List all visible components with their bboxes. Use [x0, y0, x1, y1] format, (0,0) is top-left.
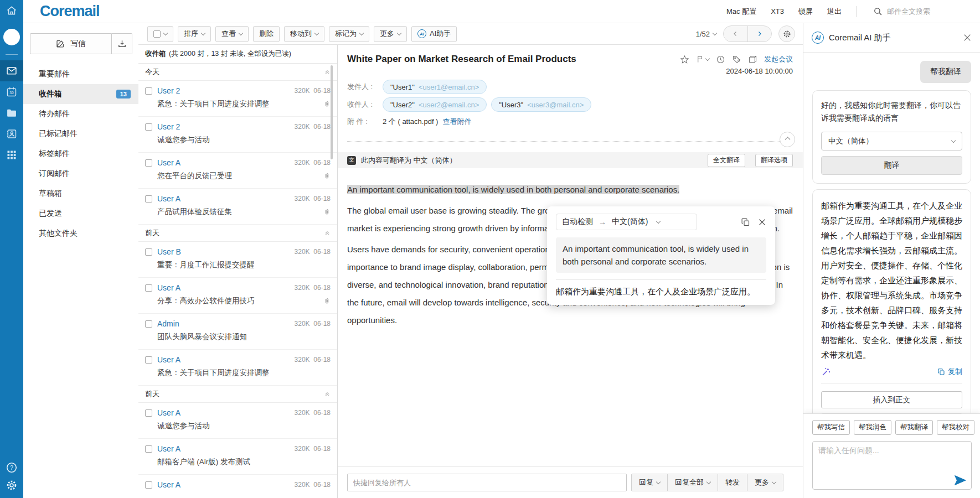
settings-gear-icon[interactable] [6, 479, 18, 491]
help-translate-chip[interactable]: 帮我翻译 [895, 420, 933, 435]
page-indicator[interactable]: 1/52 [696, 30, 716, 38]
folder-todo[interactable]: 待办邮件 [23, 104, 138, 124]
magic-wand-icon[interactable] [821, 367, 831, 377]
close-icon[interactable] [758, 218, 766, 226]
row-checkbox[interactable] [145, 248, 152, 256]
translate-full-button[interactable]: 全文翻译 [708, 154, 745, 167]
copy-icon[interactable] [741, 217, 750, 227]
help-proofread-chip[interactable]: 帮我校对 [937, 420, 974, 435]
folder-important[interactable]: 重要邮件 [23, 64, 138, 84]
collapse-group-icon[interactable] [324, 391, 331, 397]
mail-row[interactable]: User A320K 06-18 [138, 475, 337, 498]
folder-flagged[interactable]: 已标记邮件 [23, 124, 138, 144]
target-language-select[interactable]: 中文（简体） [821, 132, 962, 151]
contacts-icon[interactable] [0, 123, 23, 144]
help-icon[interactable]: ? [6, 461, 18, 474]
mail-search[interactable]: 邮件全文搜索 [873, 7, 930, 17]
select-all-button[interactable] [147, 26, 173, 42]
send-icon[interactable] [953, 474, 967, 487]
folder-drafts[interactable]: 草稿箱 [23, 184, 138, 204]
apps-grid-icon[interactable] [0, 144, 23, 165]
translate-button[interactable]: 翻译 [821, 156, 962, 175]
collapse-header-button[interactable] [780, 132, 795, 147]
star-icon[interactable] [680, 55, 689, 64]
mail-row[interactable]: User A320K 06-18 您在平台的反馈已受理 [138, 153, 337, 189]
search-placeholder: 邮件全文搜索 [887, 7, 930, 17]
folder-subscriptions[interactable]: 订阅邮件 [23, 164, 138, 184]
list-settings-gear-icon[interactable] [778, 25, 795, 42]
help-write-chip[interactable]: 帮我写信 [812, 420, 850, 435]
popout-icon[interactable] [748, 55, 757, 64]
home-icon[interactable] [0, 0, 23, 21]
menu-mac-config[interactable]: Mac 配置 [726, 7, 756, 17]
move-to-button[interactable]: 移动到 [284, 26, 324, 42]
mail-row[interactable]: User 2320K 06-18 诚邀您参与活动 [138, 117, 337, 153]
mail-row[interactable]: User 2320K 06-18 紧急：关于项目下周进度安排调整 [138, 81, 337, 117]
row-checkbox[interactable] [145, 320, 152, 328]
collapse-group-icon[interactable] [324, 69, 331, 75]
row-checkbox[interactable] [145, 445, 152, 453]
collapse-group-icon[interactable] [324, 230, 331, 236]
row-checkbox[interactable] [145, 123, 152, 131]
ai-logo-icon: AI [812, 32, 824, 44]
quick-reply-input[interactable] [347, 474, 627, 491]
reply-all-button[interactable]: 回复全部 [667, 474, 718, 491]
reply-button[interactable]: 回复 [631, 474, 668, 491]
ai-question-input[interactable] [812, 441, 972, 490]
avatar[interactable] [3, 29, 20, 45]
mail-row[interactable]: User A320K 06-18 产品试用体验反馈征集 [138, 189, 337, 225]
folder-icon[interactable] [0, 102, 23, 123]
from-contact-chip[interactable]: "User1"<user1@email.cn> [383, 80, 487, 94]
receive-mail-button[interactable] [112, 33, 132, 54]
mail-icon[interactable] [0, 60, 23, 81]
row-checkbox[interactable] [145, 159, 152, 167]
view-button[interactable]: 查看 [215, 26, 249, 42]
copy-translation-button[interactable]: 复制 [937, 367, 962, 377]
sort-button[interactable]: 排序 [178, 26, 211, 42]
row-checkbox[interactable] [145, 356, 152, 364]
menu-lock-screen[interactable]: 锁屏 [798, 7, 813, 17]
top-menu: Mac 配置 XT3 锁屏 退出 [726, 6, 873, 17]
tag-icon[interactable] [732, 55, 741, 64]
next-page-button[interactable] [747, 26, 772, 42]
row-checkbox[interactable] [145, 481, 152, 489]
calendar-icon[interactable]: 30 [0, 81, 23, 102]
menu-logout[interactable]: 退出 [827, 7, 842, 17]
prev-page-button[interactable] [724, 26, 747, 42]
mail-row[interactable]: User B320K 06-18 重要：月度工作汇报提交提醒 [138, 242, 337, 278]
more-reply-button[interactable]: 更多 [747, 474, 783, 491]
to-contact-chip[interactable]: "User2"<user2@email.cn> [383, 97, 487, 112]
remind-clock-icon[interactable] [716, 55, 725, 64]
mail-row[interactable]: Admin320K 06-18 团队头脑风暴会议安排通知 [138, 314, 337, 350]
translate-options-button[interactable]: 翻译选项 [755, 154, 793, 167]
select-all-checkbox[interactable] [153, 30, 161, 38]
row-checkbox[interactable] [145, 195, 152, 203]
folder-inbox[interactable]: 收件箱13 [23, 84, 138, 104]
forward-button[interactable]: 转发 [718, 474, 747, 491]
row-checkbox[interactable] [145, 284, 152, 292]
view-attachments-link[interactable]: 查看附件 [442, 117, 471, 127]
mail-row[interactable]: User A320K 06-18 分享：高效办公软件使用技巧 [138, 278, 337, 314]
row-checkbox[interactable] [145, 409, 152, 417]
insert-to-body-button[interactable]: 插入到正文 [821, 391, 962, 408]
mark-as-button[interactable]: 标记为 [329, 26, 369, 42]
help-polish-chip[interactable]: 帮我润色 [854, 420, 891, 435]
start-meeting-link[interactable]: 发起会议 [764, 54, 793, 64]
language-selector[interactable]: 自动检测 → 中文(简体) [556, 214, 697, 230]
to-contact-chip[interactable]: "User3"<user3@mail.cn> [491, 97, 591, 112]
delete-button[interactable]: 删除 [253, 26, 280, 42]
mail-row[interactable]: User A320K 06-18 紧急：关于项目下周进度安排调整 [138, 350, 337, 386]
ai-assistant-button[interactable]: AIAI助手 [411, 26, 457, 42]
mail-row[interactable]: User A320K 06-18 邮箱客户端 (Air版) 发布测试 [138, 439, 337, 475]
close-panel-icon[interactable] [963, 33, 972, 42]
mail-row[interactable]: User A320K 06-18 诚邀您参与活动 [138, 403, 337, 439]
folder-tagged[interactable]: 标签邮件 [23, 144, 138, 164]
compose-button[interactable]: 写信 [30, 33, 112, 54]
list-scrollbar[interactable] [331, 65, 333, 159]
row-checkbox[interactable] [145, 87, 152, 95]
menu-xt3[interactable]: XT3 [771, 7, 784, 15]
flag-icon[interactable] [696, 55, 709, 64]
folder-sent[interactable]: 已发送 [23, 204, 138, 224]
more-button[interactable]: 更多 [374, 26, 407, 42]
folder-other[interactable]: 其他文件夹 [23, 224, 138, 243]
